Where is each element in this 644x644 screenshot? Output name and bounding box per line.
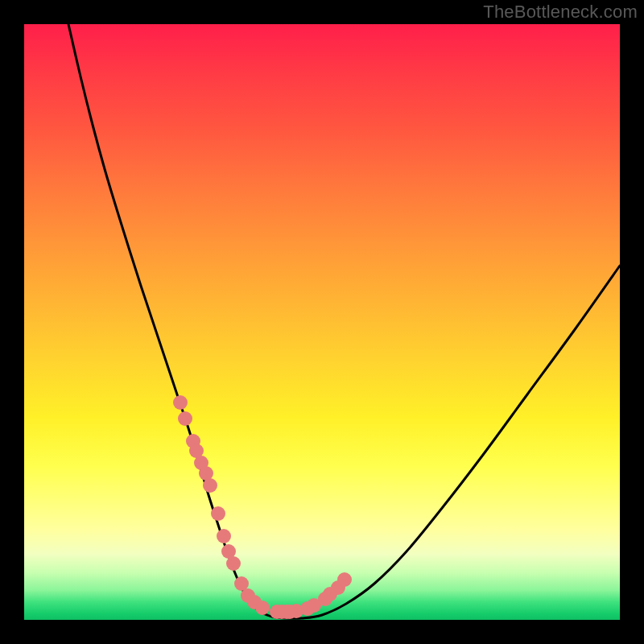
highlight-dot [178,411,192,426]
highlight-dot [217,529,231,543]
curve-svg [24,24,620,620]
bottleneck-curve-line [68,24,620,618]
highlight-dot [203,478,217,493]
highlight-dot [211,506,225,521]
chart-frame: TheBottleneck.com [0,0,644,644]
highlight-dot [173,395,188,410]
plot-area [24,24,620,620]
highlight-dots-group [173,395,352,619]
watermark-text: TheBottleneck.com [483,2,638,23]
highlight-dot [226,556,241,571]
highlight-dot [255,601,270,615]
highlight-dot [337,572,352,587]
